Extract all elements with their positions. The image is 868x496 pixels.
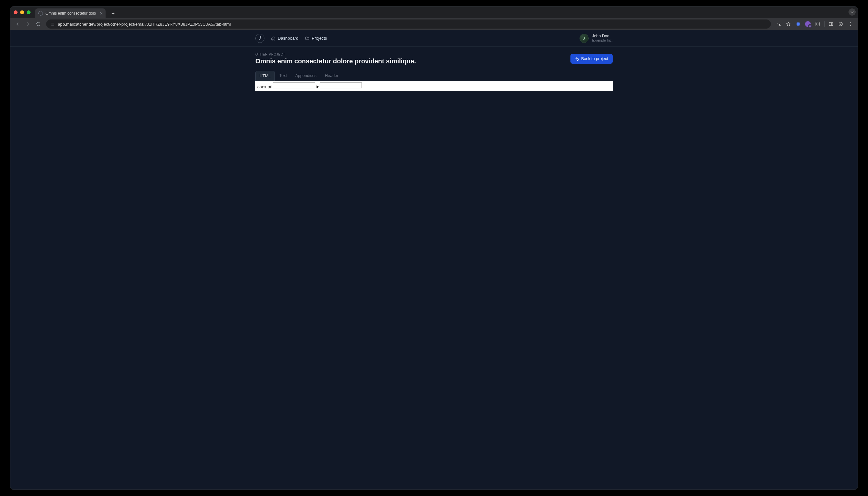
html-body-input-1[interactable] — [273, 82, 315, 88]
app-nav: J Dashboard Projects J John Doe Example — [11, 30, 857, 47]
window-minimize-button[interactable] — [20, 11, 24, 14]
page-title: Omnis enim consectetur dolore provident … — [255, 58, 416, 65]
html-preview-pane: corruptiin — [255, 81, 613, 91]
bookmark-star-icon[interactable] — [784, 19, 793, 29]
user-avatar: J — [579, 34, 589, 43]
content-tab-text[interactable]: Text — [276, 71, 291, 81]
extensions-puzzle-icon[interactable] — [813, 19, 822, 29]
page-header: OTHER PROJECT Omnis enim consectetur dol… — [255, 52, 613, 65]
breadcrumb: OTHER PROJECT — [255, 52, 416, 56]
kebab-menu-icon[interactable] — [846, 19, 855, 29]
user-menu[interactable]: J John Doe Example Inc. — [579, 34, 613, 43]
tab-close-icon[interactable]: ✕ — [99, 11, 103, 16]
tab-strip: J Omnis enim consectetur dolo ✕ ＋ — [11, 6, 857, 18]
svg-point-8 — [850, 25, 851, 26]
side-panel-icon[interactable] — [826, 19, 836, 29]
profile-avatar-icon[interactable] — [803, 19, 812, 29]
window-close-button[interactable] — [14, 11, 17, 14]
account-icon[interactable] — [836, 19, 845, 29]
browser-window: J Omnis enim consectetur dolo ✕ ＋ app.ma… — [11, 6, 857, 490]
omnibox-url: app.mailcatcher.dev/project/other-projec… — [58, 22, 231, 27]
page-body: OTHER PROJECT Omnis enim consectetur dol… — [11, 47, 857, 490]
nav-dashboard-label: Dashboard — [278, 36, 298, 41]
nav-back-button[interactable] — [13, 19, 22, 29]
content-tabs: HTMLTextAppendicesHeader — [255, 71, 613, 81]
svg-point-6 — [850, 22, 851, 23]
site-info-icon[interactable] — [50, 21, 55, 27]
folder-icon — [305, 36, 310, 41]
extension-icon-1[interactable] — [794, 19, 803, 29]
undo-arrow-icon — [575, 57, 579, 61]
back-to-project-button[interactable]: Back to project — [571, 54, 613, 64]
address-bar: app.mailcatcher.dev/project/other-projec… — [11, 18, 857, 30]
toolbar-separator — [824, 21, 824, 27]
content-tab-appendices[interactable]: Appendices — [291, 71, 320, 81]
home-icon — [271, 36, 276, 41]
brand-logo[interactable]: J — [255, 34, 264, 43]
nav-projects-label: Projects — [312, 36, 327, 41]
svg-rect-2 — [830, 22, 833, 25]
translate-icon[interactable] — [774, 19, 783, 29]
content-tab-html[interactable]: HTML — [255, 71, 275, 81]
nav-projects-link[interactable]: Projects — [305, 36, 327, 41]
html-body-input-2[interactable] — [320, 82, 362, 88]
svg-rect-1 — [796, 22, 800, 25]
tab-overflow-button[interactable] — [849, 9, 856, 16]
user-org: Example Inc. — [592, 38, 613, 42]
window-zoom-button[interactable] — [27, 11, 31, 14]
svg-point-5 — [840, 23, 841, 24]
back-to-project-label: Back to project — [581, 57, 608, 61]
nav-forward-button[interactable] — [24, 19, 32, 29]
nav-dashboard-link[interactable]: Dashboard — [271, 36, 298, 41]
omnibox[interactable]: app.mailcatcher.dev/project/other-projec… — [46, 19, 771, 29]
browser-tab[interactable]: J Omnis enim consectetur dolo ✕ — [35, 9, 106, 18]
tab-title: Omnis enim consectetur dolo — [46, 11, 96, 16]
content-tab-header[interactable]: Header — [321, 71, 342, 81]
html-body-text-1: corrupti — [257, 84, 273, 89]
new-tab-button[interactable]: ＋ — [109, 9, 117, 17]
user-name: John Doe — [592, 34, 613, 38]
toolbar-right — [774, 19, 855, 29]
svg-point-7 — [850, 24, 851, 25]
tab-favicon: J — [38, 11, 43, 16]
traffic-lights — [14, 11, 31, 14]
nav-reload-button[interactable] — [34, 19, 43, 29]
page-viewport: J Dashboard Projects J John Doe Example — [11, 30, 857, 490]
html-body-text-2: in — [315, 84, 319, 89]
